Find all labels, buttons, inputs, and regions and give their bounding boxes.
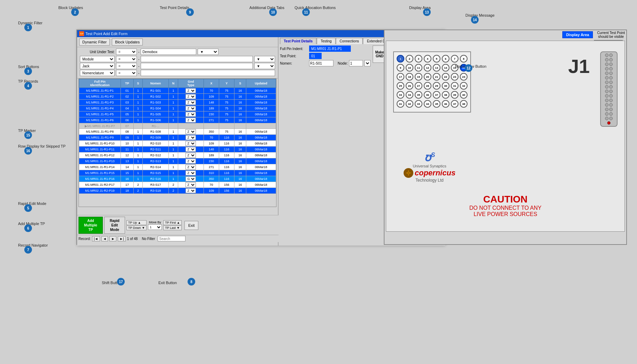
pin-29[interactable]: 29 [433,82,440,90]
cell-gnd[interactable]: ZGPN [178,182,204,188]
pin-32[interactable]: 32 [460,82,468,90]
pin-14[interactable]: 14 [442,64,449,72]
table-row[interactable]: M1:MR01 J1-R1-P8 08 1 R1-S08 1 ZGPN 350 … [79,129,276,135]
table-row[interactable]: M1:MR01 J1-R1-P1 01 1 R1-S01 1 ZGPN 70 7… [79,88,276,94]
tab-test-point-details[interactable]: Test Point Details [280,38,316,44]
table-row[interactable]: M1:MR01 J1-R1-P16 16 1 R2-S16 1 ZGPN 350… [79,176,276,182]
pin-35[interactable]: 35 [415,91,422,99]
table-row[interactable]: M1:MR01 J1-R1-P5 05 1 R1-S05 1 ZGPN 230 … [79,111,276,117]
pin-19[interactable]: 19 [415,73,422,81]
cell-gnd[interactable]: ZGPN [178,135,204,141]
pin-40[interactable]: 40 [460,91,468,99]
tp-down-button[interactable]: TP Down ▼ [126,225,147,230]
jack-dropdown[interactable]: ▼ [254,63,275,69]
gnd-select[interactable]: ZGPN [185,135,196,140]
gnd-select[interactable]: ZGPN [185,147,196,152]
tp-records-table-wrapper[interactable]: Full PinIdentification TP S Nomen N GndT… [78,78,276,207]
pin-5[interactable]: 5 [433,55,440,63]
table-row[interactable]: M1:MR01 J1-R1-P15 15 1 R2-S15 1 ZGPN 310… [79,170,276,176]
pin-10[interactable]: 10 [406,64,413,72]
pin-11[interactable]: 11 [415,64,422,72]
table-row[interactable]: M1:MR01 J1-R1-P10 10 1 R2-S10 1 ZGPN 109… [79,141,276,147]
table-row[interactable]: M1:MR01 J1-R1-P4 04 1 R1-S04 1 ZGPN 189 … [79,106,276,111]
dynamic-filter-button[interactable]: Dynamic Filter [79,39,110,46]
pin-36[interactable]: 36 [424,91,431,99]
table-row[interactable]: M1:MR01 J1-R1-P14 14 1 R2-S14 1 ZGPN 271… [79,164,276,170]
gnd-select[interactable]: ZGPN [185,182,196,187]
node-input[interactable] [349,60,363,66]
gnd-select[interactable]: ZGPN [185,100,196,105]
gnd-select[interactable]: ZGPN [185,171,196,175]
tp-last-button[interactable]: TP Last ▼ [163,225,182,230]
pin-6[interactable]: 6 [442,55,449,63]
cell-gnd[interactable]: ZGPN [178,176,204,182]
nav-prev-button[interactable]: ◄ [101,236,108,241]
tp-up-button[interactable]: TP Up ▲ [126,220,147,225]
cell-gnd[interactable]: ZGPN [178,188,204,194]
pin-47[interactable]: 47 [451,100,458,108]
pin-27[interactable]: 27 [415,82,422,90]
table-row[interactable]: ▶M1 MR01 J1-R1-P7 07 R1-... [79,123,276,129]
cell-gnd[interactable]: ZGPN [178,100,204,106]
tab-connections[interactable]: Connections [336,38,363,44]
nav-last-button[interactable]: ►| [118,236,126,241]
pin-45[interactable]: 45 [433,100,440,108]
cell-gnd[interactable]: ZGPN [178,170,204,176]
pin-13[interactable]: 13 [433,64,440,72]
pin-24[interactable]: 24 [460,73,468,81]
cell-gnd[interactable]: ZGPN [178,111,204,117]
gnd-select[interactable]: ZGPN [185,153,196,158]
jack-select[interactable]: Jack [80,63,115,69]
pin-41[interactable]: 41 [397,100,404,108]
cell-gnd[interactable]: ZGPN [178,106,204,111]
gnd-select[interactable]: ZGPN [185,106,196,111]
cell-gnd[interactable]: ZGPN [178,158,204,164]
gnd-select[interactable]: ZGPN [185,141,196,146]
nav-next-button[interactable]: ► [109,236,116,241]
table-row[interactable]: M1:MR01 J1-R1-P3 03 1 R1-S03 1 ZGPN 148 … [79,100,276,106]
nomenclature-filter-input[interactable] [141,70,275,76]
table-row[interactable]: M1:MR01 J1-R2-P17 17 2 R3-S17 2 ZGPN 70 … [79,182,276,188]
gnd-select[interactable]: ZGPN [185,159,196,164]
pin-20[interactable]: 20 [424,73,431,81]
gnd-select[interactable]: ZGPN [185,188,196,193]
pin-48[interactable]: 48 [460,100,468,108]
pin-25[interactable]: 25 [397,82,404,90]
table-row[interactable]: M1:MR01 J1-R1-P6 06 1 R1-S06 1 ZGPN 271 … [79,117,276,123]
nomenclature-select[interactable]: Nomenclature [80,70,115,76]
module-dropdown[interactable]: ▼ [254,56,275,62]
cell-gnd[interactable]: ZGPN [178,117,204,123]
module-filter-input[interactable] [141,56,253,62]
uut-operator-select[interactable]: = [116,49,137,55]
cell-gnd[interactable]: ZGPN [178,129,204,135]
pin-2[interactable]: 2 [406,55,413,63]
pin-4[interactable]: 4 [424,55,431,63]
pin-39[interactable]: 39 [451,91,458,99]
uut-dropdown[interactable]: ▼ [198,49,218,55]
table-row[interactable]: M1:MR01 J1-R1-P2 02 1 R1-S02 1 ZGPN 109 … [79,94,276,100]
pin-18[interactable]: 18 [406,73,413,81]
jack-filter-input[interactable] [141,63,253,69]
cell-gnd[interactable]: ZGPN [178,94,204,100]
gnd-select[interactable]: ZGPN [185,88,196,93]
table-row[interactable]: M1:MR01 J1-R1-P9 09 1 R2-S09 1 ZGPN 70 1… [79,135,276,141]
pin-26[interactable]: 26 [406,82,413,90]
pin-21[interactable]: 21 [433,73,440,81]
cell-gnd[interactable]: ZGPN [178,147,204,152]
nomenclature-op-select[interactable]: = [116,70,137,76]
pin-30[interactable]: 30 [442,82,449,90]
exit-button[interactable]: Exit [184,221,198,230]
pin-12[interactable]: 12 [424,64,431,72]
pin-1[interactable]: 1 [397,55,404,63]
nomen-input[interactable] [309,60,333,66]
pin-8[interactable]: 8 [460,55,468,63]
pin-37[interactable]: 37 [433,91,440,99]
pin-33[interactable]: 33 [397,91,404,99]
table-row[interactable]: M1:MR01 J1-R1-P13 13 1 R2-S13 1 ZGPN 230… [79,158,276,164]
table-row[interactable]: M1:MR01 J1-R1-P11 11 1 R2-S11 1 ZGPN 148… [79,147,276,152]
tab-testing[interactable]: Testing [317,38,336,44]
gnd-select[interactable]: ZGPN [185,112,196,117]
pin-7[interactable]: 7 [451,55,458,63]
nav-first-button[interactable]: |◄ [92,236,100,241]
pin-46[interactable]: 46 [442,100,449,108]
